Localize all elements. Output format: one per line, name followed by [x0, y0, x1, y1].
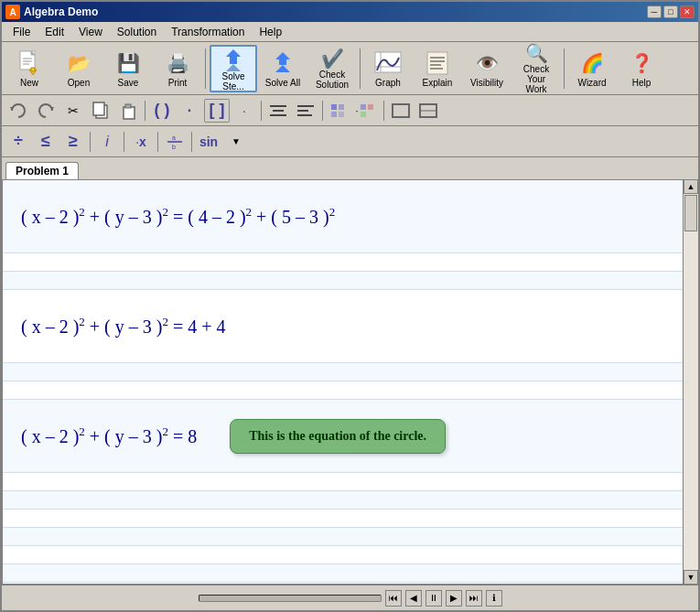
playback-pause[interactable]: ⏸	[425, 590, 442, 607]
playback-info[interactable]: ℹ	[486, 590, 502, 607]
sym-sep-4	[191, 132, 192, 152]
leq-btn[interactable]: ≤	[33, 130, 59, 154]
solve-step-button[interactable]: SolveSte...	[210, 45, 257, 92]
explain-button[interactable]: Explain	[414, 45, 461, 92]
menu-help[interactable]: Help	[252, 24, 289, 40]
app-window: A Algebra Demo ─ □ ✕ File Edit View Solu…	[0, 0, 700, 612]
scroll-track[interactable]	[684, 194, 698, 570]
svg-rect-40	[393, 104, 409, 117]
wizard-button[interactable]: 🌈 Wizard	[568, 45, 616, 92]
scroll-thumb[interactable]	[684, 195, 697, 231]
menu-transformation[interactable]: Transformation	[164, 24, 252, 40]
divide-btn[interactable]: ÷	[5, 130, 31, 154]
svg-marker-22	[50, 107, 54, 111]
open-label: Open	[68, 78, 90, 88]
menu-view[interactable]: View	[71, 24, 110, 40]
new-label: New	[20, 78, 38, 88]
frac-btn[interactable]: ab	[162, 130, 188, 154]
equation-2: ( x – 2 )2 + ( y – 3 )2 = 4 + 4	[21, 315, 226, 338]
menu-file[interactable]: File	[5, 24, 38, 40]
check-work-button[interactable]: 🔍 CheckYour Work	[512, 45, 560, 92]
open-icon: 📂	[64, 48, 93, 78]
solve-all-button[interactable]: Solve All	[259, 45, 307, 92]
wizard-icon: 🌈	[577, 48, 607, 78]
save-button[interactable]: 💾 Save	[104, 45, 152, 92]
paren-dot-button[interactable]: ·	[177, 99, 202, 123]
bracket-button[interactable]: [ ]	[204, 99, 230, 123]
check-solution-button[interactable]: ✔️ CheckSolution	[308, 45, 356, 92]
visibility-label: Visibility	[470, 78, 503, 88]
problem-tab[interactable]: Problem 1	[5, 162, 79, 179]
sin-dropdown[interactable]: ▼	[223, 130, 249, 154]
circle-tooltip: This is the equation of the circle.	[230, 419, 446, 454]
svg-rect-25	[124, 107, 135, 119]
equation-3: ( x – 2 )2 + ( y – 3 )2 = 8 This is the …	[21, 419, 446, 454]
close-button[interactable]: ✕	[680, 5, 695, 18]
sym-sep-3	[157, 132, 158, 152]
svg-marker-21	[10, 107, 14, 111]
minimize-button[interactable]: ─	[647, 5, 662, 18]
equation-row-1: ( x – 2 )2 + ( y – 3 )2 = ( 4 – 2 )2 + (…	[3, 180, 683, 253]
matrix-dot-btn[interactable]: ·	[354, 99, 380, 123]
frame-btn-2[interactable]	[415, 99, 441, 123]
help-label: Help	[632, 78, 652, 88]
playback-next[interactable]: ▶	[446, 590, 462, 607]
undo-button[interactable]	[5, 99, 31, 123]
copy-button[interactable]	[88, 99, 113, 123]
toolbar-sep-3	[564, 48, 565, 89]
new-button[interactable]: New	[5, 45, 53, 92]
align-button-2[interactable]	[293, 99, 318, 123]
svg-text:b: b	[172, 144, 176, 150]
tb2-sep-3	[322, 101, 323, 121]
new-icon	[15, 48, 44, 78]
solve-all-label: Solve All	[265, 78, 300, 88]
playback-end[interactable]: ⏭	[466, 590, 482, 607]
graph-button[interactable]: Graph	[364, 45, 412, 92]
svg-rect-34	[339, 104, 344, 110]
app-icon: A	[5, 5, 20, 19]
maximize-button[interactable]: □	[663, 5, 678, 18]
svg-rect-35	[331, 112, 337, 117]
eq3-text: ( x – 2 )2 + ( y – 3 )2 = 8	[21, 424, 197, 447]
open-button[interactable]: 📂 Open	[55, 45, 102, 92]
toolbar-sep-2	[360, 48, 361, 89]
geq-btn[interactable]: ≥	[60, 130, 86, 154]
help-button[interactable]: ❓ Help	[618, 45, 665, 92]
paren-button[interactable]: ( )	[149, 99, 175, 123]
svg-rect-26	[125, 104, 131, 108]
wizard-label: Wizard	[577, 78, 606, 88]
menu-edit[interactable]: Edit	[38, 24, 71, 40]
title-bar-left: A Algebra Demo	[5, 5, 98, 19]
help-icon: ❓	[627, 48, 656, 78]
scroll-down-button[interactable]: ▼	[684, 570, 698, 585]
matrix-btn[interactable]	[327, 99, 352, 123]
menu-solution[interactable]: Solution	[110, 24, 164, 40]
print-button[interactable]: 🖨️ Print	[154, 45, 201, 92]
playback-prev[interactable]: ◀	[405, 590, 422, 607]
tb2-sep-4	[383, 101, 384, 121]
redo-button[interactable]	[33, 99, 59, 123]
sin-btn[interactable]: sin	[196, 130, 221, 154]
window-controls: ─ □ ✕	[647, 5, 695, 18]
bracket-dot-button[interactable]: ·	[232, 99, 257, 123]
scroll-up-button[interactable]: ▲	[684, 179, 698, 194]
dot-x-btn[interactable]: ·x	[128, 130, 154, 154]
equation-row-2: ( x – 2 )2 + ( y – 3 )2 = 4 + 4	[3, 290, 683, 363]
paste-button[interactable]	[115, 99, 141, 123]
cut-button[interactable]: ✂	[60, 99, 86, 123]
eq2-text: ( x – 2 )2 + ( y – 3 )2 = 4 + 4	[21, 315, 226, 338]
italic-i-btn[interactable]: i	[94, 130, 120, 154]
equation-1: ( x – 2 )2 + ( y – 3 )2 = ( 4 – 2 )2 + (…	[21, 205, 335, 228]
svg-marker-9	[226, 64, 241, 71]
tab-bar: Problem 1	[2, 157, 698, 179]
svg-rect-38	[368, 104, 373, 110]
explain-label: Explain	[423, 78, 453, 88]
playback-start[interactable]: ⏮	[385, 590, 402, 607]
graph-icon	[373, 48, 403, 78]
save-label: Save	[118, 78, 139, 88]
frame-btn-1[interactable]	[388, 99, 414, 123]
align-center-button[interactable]	[265, 99, 291, 123]
solve-step-icon	[219, 46, 248, 71]
menu-bar: File Edit View Solution Transformation H…	[2, 22, 698, 42]
visibility-button[interactable]: 👁️ Visibility	[463, 45, 511, 92]
